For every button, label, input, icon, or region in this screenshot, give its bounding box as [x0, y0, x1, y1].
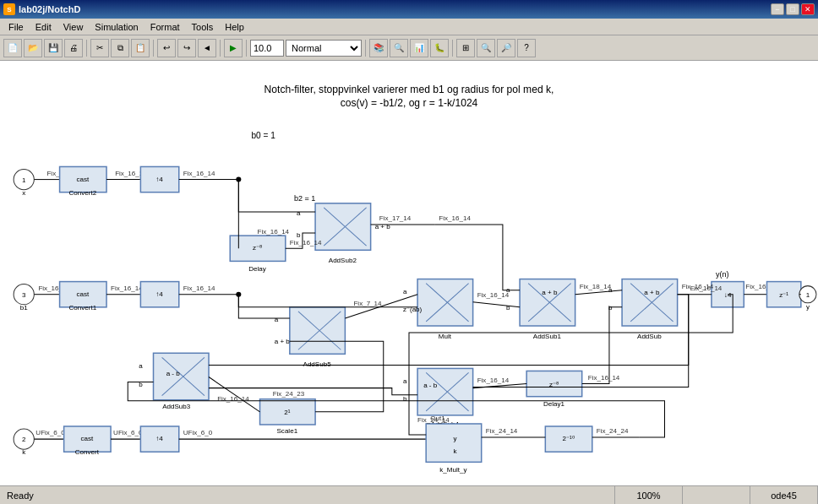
library-button[interactable]: 📚 [369, 39, 388, 57]
sep4 [246, 40, 247, 57]
label-ufix6-0c: UFix_6_0 [183, 429, 213, 436]
menu-simulation[interactable]: Simulation [90, 21, 143, 33]
label-fix16-14b: Fix_16_14 [183, 170, 215, 177]
block-addsub4[interactable] [417, 368, 473, 415]
sim-mode-select[interactable]: Normal Accelerator Rapid Accelerator [286, 40, 362, 57]
port-b1-name: b1 [20, 304, 28, 312]
port-y-num: 1 [806, 291, 810, 299]
close-button[interactable]: ✕ [801, 3, 815, 15]
zoom-out-button[interactable]: 🔎 [497, 39, 515, 57]
status-ready-text: Ready [7, 490, 34, 501]
status-ready: Ready [0, 486, 615, 504]
label-fix16-14-f: Fix_16_14 [477, 291, 510, 299]
menu-format[interactable]: Format [145, 21, 185, 33]
upsample-bot-title: ↑4 [155, 435, 163, 442]
status-bar: Ready 100% ode45 [0, 485, 818, 504]
cut-button[interactable]: ✂ [90, 39, 109, 57]
diagram-title-line1: Notch-filter, stoppvinkel varierer med b… [264, 84, 554, 95]
mult-label: Mult [439, 333, 452, 340]
addsub4-sign: a - b [423, 382, 438, 389]
new-button[interactable]: 📄 [3, 39, 22, 57]
convert2-title: cast [76, 176, 90, 183]
port-k-num: 2 [22, 436, 26, 443]
convert1-title: cast [76, 290, 90, 298]
window-controls[interactable]: − □ ✕ [771, 3, 815, 15]
status-zoom: 100% [615, 486, 683, 504]
menu-view[interactable]: View [58, 21, 89, 33]
block-out1[interactable] [426, 424, 482, 462]
menu-edit[interactable]: Edit [30, 21, 57, 33]
delay-top-title: z⁻⁸ [253, 244, 262, 252]
zoom-in-button[interactable]: 🔍 [477, 39, 495, 57]
label-yn: y(n) [716, 270, 729, 279]
label-delay-top-in: Fix_16_14 [258, 228, 290, 236]
sep1 [86, 40, 87, 57]
nav-back-button[interactable]: ◄ [198, 39, 216, 57]
sep5 [365, 40, 366, 57]
scale1-title: 2¹ [284, 409, 290, 416]
help-button[interactable]: ? [517, 39, 536, 57]
label-fix7-14: Fix_7_14 [353, 300, 382, 307]
addsub4-port-a: a [403, 377, 407, 385]
label-fix24-23: Fix_24_23 [273, 390, 305, 398]
upsample-top-title: ↑4 [155, 176, 163, 183]
print-button[interactable]: 🖨 [64, 39, 83, 57]
menu-tools[interactable]: Tools [187, 21, 219, 33]
label-fix17-14: Fix_17_14 [379, 214, 412, 222]
label-fix16-14-addsub-a3: Fix_16_14 [690, 285, 723, 292]
pow10-title: 2⁻¹⁰ [562, 435, 574, 442]
addsub3-label: AddSub3 [162, 403, 191, 410]
sep6 [452, 40, 453, 57]
window-title: lab02j/NotchD [19, 4, 80, 14]
maximize-button[interactable]: □ [786, 3, 799, 15]
label-fix16-14-a3s1: Fix_16_14 [217, 395, 249, 403]
save-button[interactable]: 💾 [44, 39, 63, 57]
addsub5-port-b: a + b [275, 338, 291, 345]
model-explorer-button[interactable]: 🔍 [390, 39, 408, 57]
redo-button[interactable]: ↪ [177, 39, 196, 57]
convert-title: cast [80, 435, 94, 442]
addsub3-sign: a - b [166, 369, 181, 377]
title-bar: S lab02j/NotchD − □ ✕ [0, 0, 818, 19]
main-content: Notch-filter, stoppvinkel varierer med b… [0, 61, 818, 485]
label-fix16-14c: Fix_16_14 [290, 239, 322, 247]
port-y-name: y [806, 303, 810, 311]
menu-file[interactable]: File [3, 21, 29, 33]
run-button[interactable]: ▶ [224, 39, 243, 57]
paste-button[interactable]: 📋 [131, 39, 150, 57]
app-icon: S [3, 3, 15, 15]
label-fix18-14: Fix_18_14 [580, 283, 612, 290]
addsub3-port-b: b [139, 381, 143, 388]
label-fix16-14-c1: Fix_16_14 [111, 285, 143, 292]
open-button[interactable]: 📂 [24, 39, 42, 57]
addsub2-port-a: a [297, 209, 301, 217]
block-addsub[interactable] [622, 279, 678, 326]
wire-mid-to-mult [238, 295, 417, 307]
convert2-label: Convert2 [68, 189, 96, 197]
minimize-button[interactable]: − [771, 3, 784, 15]
wire-addsub1-to-addsub [575, 290, 622, 295]
block-addsub1[interactable] [520, 279, 575, 326]
canvas-area[interactable]: Notch-filter, stoppvinkel varierer med b… [0, 61, 818, 485]
out1-port-y: y [453, 435, 456, 442]
label-fix16-14-a4d1: Fix_16_14 [477, 377, 510, 384]
port-x-name: x [22, 189, 25, 197]
block-addsub5[interactable] [290, 307, 346, 354]
block-addsub3[interactable] [154, 353, 210, 399]
undo-button[interactable]: ↩ [157, 39, 176, 57]
block-mult[interactable] [417, 279, 473, 326]
status-solver-text: ode45 [771, 490, 797, 501]
menu-help[interactable]: Help [220, 21, 249, 33]
addsub-sign: a + b [644, 289, 660, 296]
debug-button[interactable]: 🐛 [430, 39, 449, 57]
fit-button[interactable]: ⊞ [456, 39, 475, 57]
block-addsub2[interactable] [315, 203, 371, 250]
addsub-label: AddSub [637, 333, 662, 340]
wire-mult-to-addsub1b [473, 302, 520, 307]
data-inspector-button[interactable]: 📊 [410, 39, 428, 57]
mult-port-a: a [403, 288, 407, 295]
toolbar: 📄 📂 💾 🖨 ✂ ⧉ 📋 ↩ ↪ ◄ ▶ Normal Accelerator… [0, 35, 818, 61]
copy-button[interactable]: ⧉ [111, 39, 129, 57]
port-b1-num: 3 [22, 291, 26, 299]
sim-time-input[interactable] [250, 40, 284, 57]
